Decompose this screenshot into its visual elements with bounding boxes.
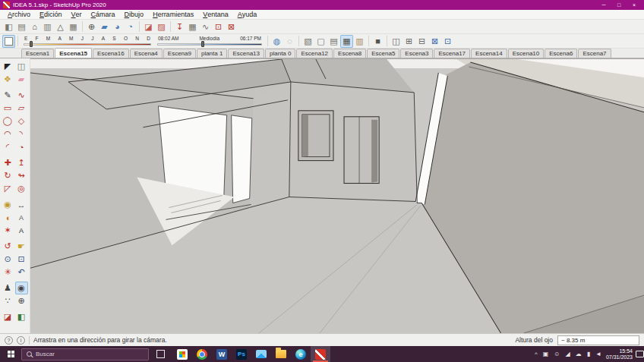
make-component-tool-icon[interactable]: ◫ — [15, 60, 28, 73]
select-tool-icon[interactable]: ◤ — [2, 60, 14, 73]
wireframe-style-icon[interactable]: ▢ — [314, 35, 327, 48]
shadows-toggle-icon[interactable] — [2, 35, 15, 48]
push-pull-tool-icon[interactable]: ↥ — [15, 156, 28, 169]
view-top-icon[interactable]: ▤ — [15, 20, 28, 33]
scene-tab-escena17[interactable]: Escena17 — [434, 49, 470, 58]
scene-tab-planta-1[interactable]: planta 1 — [197, 49, 227, 58]
display-section-planes-icon[interactable]: ⊞ — [402, 35, 415, 48]
zoom-tool-icon[interactable]: ⊙ — [2, 253, 14, 266]
orbit-compass-icon[interactable]: ⊕ — [85, 20, 98, 33]
user-tray-icon[interactable]: ☺ — [554, 351, 560, 358]
rectangle-tool-icon[interactable]: ▭ — [2, 102, 14, 115]
scene-tab-escena15[interactable]: Escena15 — [55, 48, 92, 58]
scene-tab-escena12[interactable]: Escena12 — [296, 49, 333, 58]
tape-measure-tool-icon[interactable]: ◉ — [2, 198, 14, 211]
action-center-icon[interactable] — [636, 351, 644, 357]
display-section-cuts-icon[interactable]: ⊟ — [415, 35, 428, 48]
view-iso-icon[interactable]: ◧ — [2, 20, 15, 33]
section-plane-toggle-icon[interactable]: ◫ — [390, 35, 402, 48]
scene-tab-escena4[interactable]: Escena4 — [130, 49, 163, 58]
protractor-tool-icon[interactable]: ◖ — [2, 211, 14, 224]
solid-box-icon[interactable]: ▦ — [186, 20, 199, 33]
shaded-style-icon[interactable]: ▥ — [353, 35, 366, 48]
scene-tab-escena5[interactable]: Escena5 — [367, 49, 399, 58]
scene-tab-escena3[interactable]: Escena3 — [400, 49, 433, 58]
geolocation-icon[interactable]: ? — [5, 336, 13, 345]
start-button[interactable] — [0, 346, 21, 362]
pie-tool-icon[interactable]: ◔ — [15, 140, 28, 153]
zoom-extents-tool-icon[interactable]: ✳ — [2, 266, 14, 279]
view-right-icon[interactable]: ▥ — [41, 20, 54, 33]
move-tool-icon[interactable]: ✚ — [2, 156, 14, 169]
section-panel-icon[interactable]: ▰ — [98, 20, 111, 33]
pan-sphere-icon[interactable]: ◔ — [124, 20, 137, 33]
sphere-shaded-icon[interactable]: ◍ — [270, 35, 283, 48]
circle-tool-icon[interactable]: ◯ — [2, 115, 14, 127]
credits-info-icon[interactable]: i — [17, 336, 25, 345]
maximize-button[interactable]: □ — [612, 1, 626, 9]
dimension-tool-icon[interactable]: ↔ — [15, 198, 28, 211]
shadow-date-handle[interactable] — [30, 41, 33, 47]
orbit-sphere-icon[interactable]: ◕ — [111, 20, 124, 33]
tray-chevron-icon[interactable]: ^ — [535, 351, 538, 358]
view-back-icon[interactable]: △ — [54, 20, 67, 33]
threed-text-tool-icon[interactable]: A — [15, 224, 28, 237]
security-shield-icon[interactable]: ▣ — [543, 351, 549, 358]
network-icon[interactable]: ◢ — [565, 351, 570, 358]
menu-edicion[interactable]: Edición — [35, 10, 67, 20]
store-taskbar-button[interactable] — [172, 346, 192, 362]
menu-camara[interactable]: Cámara — [87, 10, 120, 20]
section-fill-icon[interactable]: ▨ — [155, 20, 168, 33]
section-toggle-a-icon[interactable]: ◪ — [2, 310, 14, 323]
task-view-icon[interactable] — [156, 350, 165, 358]
lasso-icon[interactable]: ∿ — [199, 20, 212, 33]
battery-icon[interactable]: ▮ — [587, 351, 590, 358]
taskbar-search[interactable]: Buscar — [21, 348, 149, 360]
volume-icon[interactable]: ◄ — [595, 351, 601, 358]
xray-style-icon[interactable]: ▧ — [301, 35, 314, 48]
two-point-arc-tool-icon[interactable]: ◝ — [15, 127, 28, 140]
section-outer-icon[interactable]: ⊡ — [441, 35, 454, 48]
monochrome-style-icon[interactable]: ■ — [371, 35, 384, 48]
offset-tool-icon[interactable]: ◎ — [15, 182, 28, 195]
onedrive-cloud-icon[interactable]: ☁ — [576, 351, 582, 358]
edge-taskbar-button[interactable]: e — [291, 346, 311, 362]
chrome-taskbar-button[interactable] — [192, 346, 212, 362]
polygon-tool-icon[interactable]: ◇ — [15, 115, 28, 127]
minimize-button[interactable]: ─ — [597, 1, 611, 9]
menu-ver[interactable]: Ver — [67, 10, 87, 20]
walk-tool-icon[interactable]: ∵ — [2, 294, 14, 307]
freehand-tool-icon[interactable]: ∿ — [15, 89, 28, 102]
3d-scene[interactable] — [30, 59, 644, 333]
section-fill-toggle-icon[interactable]: ⊠ — [428, 35, 441, 48]
pan-tool-icon[interactable]: ☛ — [15, 240, 28, 253]
line-tool-icon[interactable]: ✎ — [2, 89, 14, 102]
follow-me-tool-icon[interactable]: ↬ — [15, 169, 28, 182]
scene-tab-escena8[interactable]: Escena8 — [333, 49, 366, 58]
close-button[interactable]: × — [627, 1, 641, 9]
box-cut-icon[interactable]: ⊠ — [225, 20, 238, 33]
section-plane-tool-icon[interactable]: ⊕ — [15, 294, 28, 307]
scale-tool-icon[interactable]: ◸ — [2, 182, 14, 195]
scene-tab-escena9[interactable]: Escena9 — [163, 49, 196, 58]
mail-taskbar-button[interactable] — [251, 346, 271, 362]
sketchup-taskbar-button[interactable] — [311, 346, 330, 362]
viewport[interactable] — [30, 58, 644, 333]
three-point-arc-tool-icon[interactable]: ◜ — [2, 140, 14, 153]
menu-dibujo[interactable]: Dibujo — [120, 10, 149, 20]
eye-height-input[interactable]: ~ 8.35 m — [557, 335, 639, 345]
word-taskbar-button[interactable]: W — [212, 346, 232, 362]
menu-herramientas[interactable]: Herramientas — [148, 10, 198, 20]
push-pull-box-icon[interactable]: ↧ — [173, 20, 186, 33]
previous-view-tool-icon[interactable]: ↶ — [15, 266, 28, 279]
scene-tab-escena14[interactable]: Escena14 — [471, 49, 507, 58]
text-tool-icon[interactable]: A — [15, 211, 28, 224]
look-around-tool-icon[interactable]: ◉ — [15, 282, 28, 294]
paint-bucket-tool-icon[interactable]: ❖ — [2, 73, 14, 86]
scene-tab-escena6[interactable]: Escena6 — [545, 49, 577, 58]
position-camera-tool-icon[interactable]: ♟ — [2, 282, 14, 294]
taskbar-clock[interactable]: 15:54 07/31/2023 — [606, 348, 633, 360]
section-toggle-b-icon[interactable]: ◧ — [15, 310, 28, 323]
eraser-tool-icon[interactable]: ▰ — [15, 73, 28, 86]
view-left-icon[interactable]: ▦ — [67, 20, 80, 33]
